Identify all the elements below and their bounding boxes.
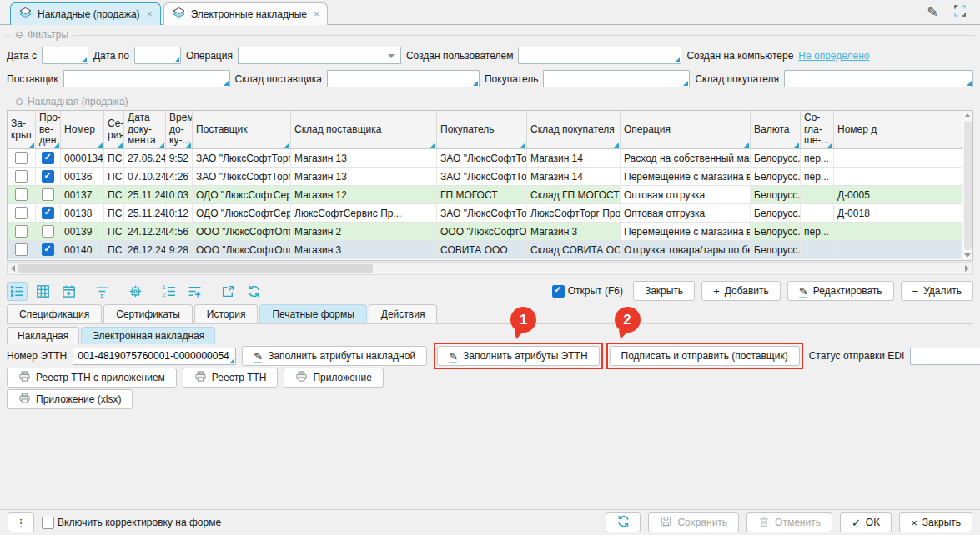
save-button[interactable]: Сохранить <box>648 512 739 532</box>
scroll-left-icon[interactable] <box>11 265 15 272</box>
column-header-4[interactable]: Се- рия <box>104 111 124 148</box>
column-header-10[interactable]: Склад покупателя <box>527 111 621 148</box>
detail-tab-4[interactable]: Печатные формы <box>259 304 366 323</box>
detail-tab-3[interactable]: История <box>194 304 259 323</box>
refresh-button[interactable] <box>606 512 641 532</box>
date-from-input[interactable] <box>42 47 88 64</box>
closed-checkbox[interactable] <box>15 243 28 256</box>
table-row-5[interactable]: 00139ПС24.12.2414:56ООО "ЛюксСофтОпт"Маг… <box>8 222 962 241</box>
numbered-list-icon[interactable]: 12 <box>158 282 179 301</box>
posted-checkbox[interactable] <box>42 152 54 164</box>
edit-button[interactable]: ✎Редактировать <box>787 281 894 301</box>
column-header-14[interactable]: Номер д <box>834 111 962 148</box>
vertical-scrollbar[interactable] <box>962 111 972 260</box>
created-by-input[interactable] <box>518 47 681 64</box>
close-tab-icon[interactable]: × <box>147 8 153 20</box>
detail-tab-2[interactable]: Сертификаты <box>103 304 193 323</box>
column-header-11[interactable]: Операция <box>621 111 751 148</box>
closed-checkbox[interactable] <box>15 170 28 182</box>
table-row-1[interactable]: 0000134ПС27.06.249:52ЗАО "ЛюксСофтТорг"М… <box>8 149 962 168</box>
column-header-7[interactable]: Поставщик <box>193 111 291 148</box>
scroll-right-icon[interactable] <box>965 265 969 272</box>
window-tab-1[interactable]: Накладные (продажа)× <box>10 2 161 25</box>
closed-checkbox[interactable] <box>15 225 28 238</box>
detail-tab-5[interactable]: Действия <box>369 304 438 323</box>
column-header-8[interactable]: Склад поставщика <box>291 111 437 148</box>
posted-checkbox[interactable] <box>42 225 54 238</box>
column-header-3[interactable]: Номер <box>61 111 104 148</box>
more-actions-button[interactable]: ⋮ <box>8 512 34 532</box>
refresh-icon[interactable] <box>244 282 264 301</box>
column-header-1[interactable]: За- крыт <box>8 111 36 148</box>
created-on-link[interactable]: Не определено <box>798 50 869 62</box>
date-to-input[interactable] <box>134 47 181 64</box>
print-button-2[interactable]: Реестр ТТН <box>183 368 279 388</box>
ettn-number-input[interactable] <box>73 348 236 365</box>
gear-icon[interactable] <box>125 282 146 301</box>
horizontal-scrollbar[interactable] <box>7 262 973 275</box>
table-row-2[interactable]: 00136ПС07.10.2414:26ЗАО "ЛюксСофтТорг"Ма… <box>8 168 962 186</box>
closed-checkbox[interactable] <box>15 152 28 164</box>
sign-send-button[interactable]: Подписать и отправить (поставщик) <box>610 346 800 366</box>
add-button[interactable]: +Добавить <box>701 281 781 301</box>
column-header-2[interactable]: Про- ве- ден <box>36 111 61 148</box>
form-tab-1[interactable]: Накладная <box>7 327 79 344</box>
add-list-icon[interactable] <box>184 282 205 301</box>
detail-tab-1[interactable]: Спецификация <box>7 304 102 323</box>
print-button-1[interactable]: Реестр ТТН с приложением <box>7 368 177 388</box>
edi-status-input[interactable] <box>910 348 980 365</box>
closed-checkbox[interactable] <box>15 207 28 219</box>
delete-button[interactable]: −Удалить <box>901 281 973 301</box>
buyer-wh-input[interactable] <box>784 70 973 88</box>
open-checkbox[interactable] <box>552 285 565 298</box>
fill-ettn-attrs-button[interactable]: ✎ Заполнить атрибуты ЭТТН <box>437 346 599 366</box>
posted-checkbox[interactable] <box>42 188 54 201</box>
open-checkbox-row[interactable]: Открыт (F6) <box>552 285 623 298</box>
column-header-13[interactable]: Со- гла- ше-... <box>801 111 834 148</box>
column-header-6[interactable]: Время до- ку-... <box>166 111 193 148</box>
window-tab-label: Электронные накладные <box>191 8 307 20</box>
adjustment-checkbox[interactable] <box>42 517 54 529</box>
view-list-icon[interactable] <box>7 282 28 301</box>
collapse-icon[interactable]: ⊖ <box>15 29 23 41</box>
print-button-4[interactable]: Приложение (xlsx) <box>7 389 133 409</box>
grid-icon[interactable] <box>33 282 53 301</box>
adjustment-checkbox-row[interactable]: Включить корректировку на форме <box>42 517 221 529</box>
fullscreen-icon[interactable] <box>953 4 967 20</box>
table-row-3[interactable]: 00137ПС25.11.2410:03ОДО "ЛюксСофтСерв...… <box>8 186 962 204</box>
open-external-icon[interactable] <box>218 282 239 301</box>
cell: 24.12.24 <box>124 222 166 240</box>
table-row-4[interactable]: 00138ПС25.11.2410:12ОДО "ЛюксСофтСерв...… <box>8 204 962 222</box>
calendar-icon[interactable] <box>58 282 79 301</box>
closed-checkbox[interactable] <box>15 188 28 201</box>
operation-select[interactable] <box>238 47 401 64</box>
print-button-3[interactable]: Приложение <box>284 368 383 388</box>
collapse-icon[interactable]: ⊖ <box>15 96 23 108</box>
fill-invoice-attrs-button[interactable]: ✎ Заполнить атрибуты накладной <box>242 346 427 366</box>
layers-icon <box>18 7 33 22</box>
cancel-button[interactable]: Отменить <box>746 512 832 532</box>
edit-pencil-icon[interactable]: ✎ <box>927 6 938 19</box>
close-form-button[interactable]: ×Закрыть <box>899 512 972 532</box>
vertical-scroll-thumb[interactable] <box>964 121 972 250</box>
column-header-9[interactable]: Покупатель <box>437 111 527 148</box>
close-tab-icon[interactable]: × <box>314 8 319 20</box>
supplier-input[interactable] <box>63 70 230 88</box>
horizontal-scroll-thumb[interactable] <box>18 264 373 272</box>
posted-checkbox[interactable] <box>42 170 54 182</box>
buyer-input[interactable] <box>543 70 690 88</box>
posted-checkbox[interactable] <box>42 207 54 219</box>
closed-cell <box>8 222 36 240</box>
scroll-up-icon[interactable] <box>964 113 971 118</box>
column-header-12[interactable]: Валюта <box>751 111 801 148</box>
column-header-5[interactable]: Дата доку- мента <box>124 111 166 148</box>
table-row-6[interactable]: 00140ПС26.12.249:28ООО "ЛюксСофтОпт"Мага… <box>8 241 962 259</box>
posted-checkbox[interactable] <box>42 243 54 256</box>
filter-icon[interactable] <box>92 282 113 301</box>
ok-button[interactable]: ✓OK <box>840 512 892 532</box>
close-record-button[interactable]: Закрыть <box>633 281 695 301</box>
supplier-wh-input[interactable] <box>327 70 480 88</box>
scroll-down-icon[interactable] <box>964 253 971 258</box>
form-tab-2[interactable]: Электронная накладная <box>81 327 215 344</box>
window-tab-2[interactable]: Электронные накладные× <box>163 2 328 25</box>
